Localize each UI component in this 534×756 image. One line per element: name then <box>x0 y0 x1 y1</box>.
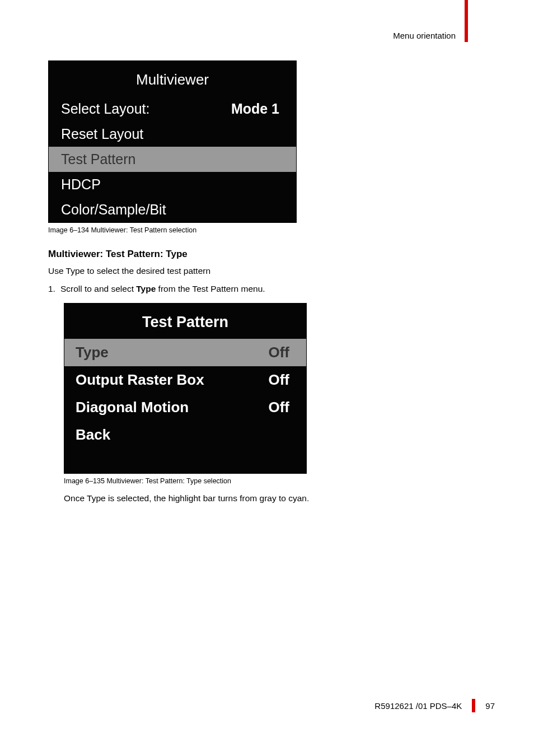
menu-item-value: Mode 1 <box>231 101 279 117</box>
menu-item-color-sample-bit[interactable]: Color/Sample/Bit <box>49 197 296 222</box>
menu-item-label: Back <box>76 426 110 444</box>
test-pattern-menu: Test Pattern Type Off Output Raster Box … <box>64 303 307 474</box>
chapter-label: Menu orientation <box>393 31 456 40</box>
menu-item-label: Color/Sample/Bit <box>61 202 166 218</box>
step-text-a: Scroll to and select <box>60 284 136 293</box>
step-number: 1. <box>48 284 60 294</box>
menu-item-label: Diagonal Motion <box>76 399 189 416</box>
menu-item-label: Test Pattern <box>61 151 135 167</box>
menu-item-label: HDCP <box>61 176 101 193</box>
multiviewer-menu: Multiviewer Select Layout: Mode 1 Reset … <box>48 60 297 223</box>
step-text-bold: Type <box>136 284 156 293</box>
post-box-text: Once Type is selected, the highlight bar… <box>64 493 468 505</box>
image-caption-2: Image 6–135 Multiviewer: Test Pattern: T… <box>64 477 468 485</box>
menu-item-value: Off <box>268 344 289 361</box>
doc-id: R5912621 /01 PDS–4K <box>374 701 462 711</box>
menu-item-hdcp[interactable]: HDCP <box>49 172 296 197</box>
page-content: Multiviewer Select Layout: Mode 1 Reset … <box>48 60 468 505</box>
page-number: 97 <box>485 701 495 711</box>
step-text-c: from the Test Pattern menu. <box>156 284 265 293</box>
image-caption-1: Image 6–134 Multiviewer: Test Pattern se… <box>48 226 468 234</box>
menu-item-label: Type <box>76 344 109 361</box>
menu-item-value: Off <box>268 399 289 416</box>
menu-item-value: Off <box>268 371 289 389</box>
menu-item-back[interactable]: Back <box>64 421 306 449</box>
footer-accent-bar <box>472 699 475 712</box>
step-1: 1.Scroll to and select Type from the Tes… <box>48 284 468 294</box>
menu-item-output-raster-box[interactable]: Output Raster Box Off <box>64 366 306 394</box>
section-body: Use Type to select the desired test patt… <box>48 265 468 277</box>
section-heading: Multiviewer: Test Pattern: Type <box>48 249 468 260</box>
menu-item-test-pattern[interactable]: Test Pattern <box>49 147 296 172</box>
menu-item-label: Reset Layout <box>61 126 143 142</box>
menu-title: Test Pattern <box>64 304 306 339</box>
menu-title: Multiviewer <box>49 61 296 96</box>
menu-item-reset-layout[interactable]: Reset Layout <box>49 122 296 147</box>
menu-item-label: Output Raster Box <box>76 371 204 389</box>
menu-item-type[interactable]: Type Off <box>64 339 306 366</box>
menu-item-diagonal-motion[interactable]: Diagonal Motion Off <box>64 394 306 421</box>
menu-item-label: Select Layout: <box>61 101 149 117</box>
header-accent-bar <box>465 0 468 42</box>
page-footer: R5912621 /01 PDS–4K 97 <box>374 699 495 712</box>
menu-item-select-layout[interactable]: Select Layout: Mode 1 <box>49 96 296 122</box>
menu-spacer <box>64 449 306 473</box>
